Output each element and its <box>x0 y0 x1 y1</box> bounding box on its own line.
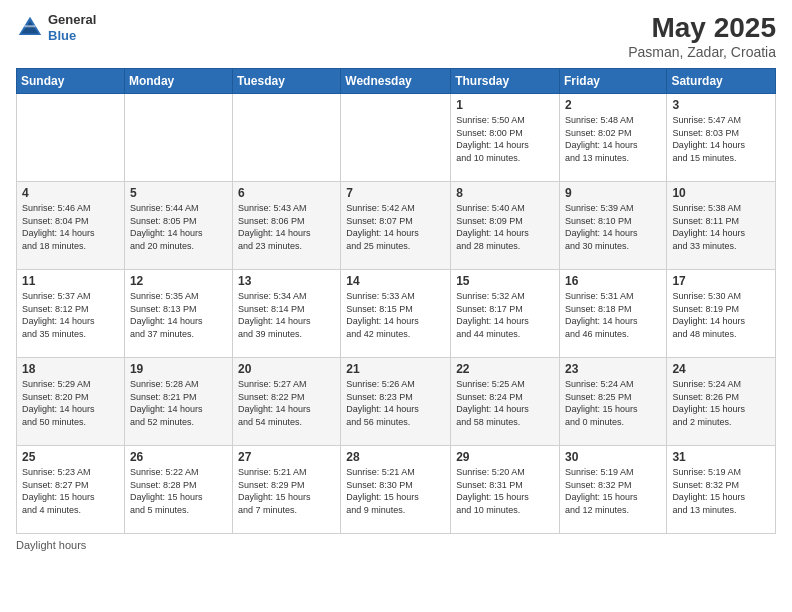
day-detail: Sunrise: 5:35 AM Sunset: 8:13 PM Dayligh… <box>130 290 227 340</box>
calendar-cell: 13Sunrise: 5:34 AM Sunset: 8:14 PM Dayli… <box>233 270 341 358</box>
calendar-cell: 30Sunrise: 5:19 AM Sunset: 8:32 PM Dayli… <box>559 446 666 534</box>
day-number: 12 <box>130 274 227 288</box>
calendar-cell: 31Sunrise: 5:19 AM Sunset: 8:32 PM Dayli… <box>667 446 776 534</box>
header: General Blue May 2025 Pasman, Zadar, Cro… <box>16 12 776 60</box>
footer: Daylight hours <box>16 539 776 551</box>
day-number: 19 <box>130 362 227 376</box>
calendar-table: SundayMondayTuesdayWednesdayThursdayFrid… <box>16 68 776 534</box>
day-number: 9 <box>565 186 661 200</box>
calendar-cell: 19Sunrise: 5:28 AM Sunset: 8:21 PM Dayli… <box>124 358 232 446</box>
day-detail: Sunrise: 5:46 AM Sunset: 8:04 PM Dayligh… <box>22 202 119 252</box>
day-number: 22 <box>456 362 554 376</box>
calendar-cell: 2Sunrise: 5:48 AM Sunset: 8:02 PM Daylig… <box>559 94 666 182</box>
day-number: 17 <box>672 274 770 288</box>
day-detail: Sunrise: 5:24 AM Sunset: 8:25 PM Dayligh… <box>565 378 661 428</box>
calendar-cell: 22Sunrise: 5:25 AM Sunset: 8:24 PM Dayli… <box>451 358 560 446</box>
svg-rect-2 <box>24 25 35 27</box>
day-number: 5 <box>130 186 227 200</box>
day-detail: Sunrise: 5:26 AM Sunset: 8:23 PM Dayligh… <box>346 378 445 428</box>
logo-general-text: General <box>48 12 96 28</box>
day-number: 31 <box>672 450 770 464</box>
calendar-cell: 29Sunrise: 5:20 AM Sunset: 8:31 PM Dayli… <box>451 446 560 534</box>
logo-text: General Blue <box>48 12 96 43</box>
day-number: 15 <box>456 274 554 288</box>
day-detail: Sunrise: 5:23 AM Sunset: 8:27 PM Dayligh… <box>22 466 119 516</box>
day-number: 18 <box>22 362 119 376</box>
calendar-cell <box>233 94 341 182</box>
day-detail: Sunrise: 5:20 AM Sunset: 8:31 PM Dayligh… <box>456 466 554 516</box>
day-number: 27 <box>238 450 335 464</box>
month-year: May 2025 <box>628 12 776 44</box>
day-detail: Sunrise: 5:50 AM Sunset: 8:00 PM Dayligh… <box>456 114 554 164</box>
calendar-cell: 10Sunrise: 5:38 AM Sunset: 8:11 PM Dayli… <box>667 182 776 270</box>
calendar-cell <box>341 94 451 182</box>
calendar-cell: 25Sunrise: 5:23 AM Sunset: 8:27 PM Dayli… <box>17 446 125 534</box>
day-detail: Sunrise: 5:48 AM Sunset: 8:02 PM Dayligh… <box>565 114 661 164</box>
page: General Blue May 2025 Pasman, Zadar, Cro… <box>0 0 792 612</box>
day-number: 6 <box>238 186 335 200</box>
location: Pasman, Zadar, Croatia <box>628 44 776 60</box>
calendar-cell: 20Sunrise: 5:27 AM Sunset: 8:22 PM Dayli… <box>233 358 341 446</box>
calendar-week-2: 4Sunrise: 5:46 AM Sunset: 8:04 PM Daylig… <box>17 182 776 270</box>
calendar-cell: 4Sunrise: 5:46 AM Sunset: 8:04 PM Daylig… <box>17 182 125 270</box>
calendar-cell: 3Sunrise: 5:47 AM Sunset: 8:03 PM Daylig… <box>667 94 776 182</box>
day-detail: Sunrise: 5:31 AM Sunset: 8:18 PM Dayligh… <box>565 290 661 340</box>
calendar-week-1: 1Sunrise: 5:50 AM Sunset: 8:00 PM Daylig… <box>17 94 776 182</box>
day-number: 30 <box>565 450 661 464</box>
day-detail: Sunrise: 5:21 AM Sunset: 8:30 PM Dayligh… <box>346 466 445 516</box>
day-detail: Sunrise: 5:28 AM Sunset: 8:21 PM Dayligh… <box>130 378 227 428</box>
day-detail: Sunrise: 5:40 AM Sunset: 8:09 PM Dayligh… <box>456 202 554 252</box>
day-number: 11 <box>22 274 119 288</box>
day-detail: Sunrise: 5:37 AM Sunset: 8:12 PM Dayligh… <box>22 290 119 340</box>
day-detail: Sunrise: 5:43 AM Sunset: 8:06 PM Dayligh… <box>238 202 335 252</box>
calendar-cell: 11Sunrise: 5:37 AM Sunset: 8:12 PM Dayli… <box>17 270 125 358</box>
day-number: 20 <box>238 362 335 376</box>
calendar-cell: 9Sunrise: 5:39 AM Sunset: 8:10 PM Daylig… <box>559 182 666 270</box>
day-detail: Sunrise: 5:44 AM Sunset: 8:05 PM Dayligh… <box>130 202 227 252</box>
calendar-header-friday: Friday <box>559 69 666 94</box>
logo: General Blue <box>16 12 96 43</box>
calendar-header-wednesday: Wednesday <box>341 69 451 94</box>
day-number: 8 <box>456 186 554 200</box>
logo-blue-text: Blue <box>48 28 96 44</box>
day-detail: Sunrise: 5:22 AM Sunset: 8:28 PM Dayligh… <box>130 466 227 516</box>
logo-icon <box>16 14 44 42</box>
day-detail: Sunrise: 5:33 AM Sunset: 8:15 PM Dayligh… <box>346 290 445 340</box>
calendar-cell: 16Sunrise: 5:31 AM Sunset: 8:18 PM Dayli… <box>559 270 666 358</box>
day-detail: Sunrise: 5:39 AM Sunset: 8:10 PM Dayligh… <box>565 202 661 252</box>
day-detail: Sunrise: 5:30 AM Sunset: 8:19 PM Dayligh… <box>672 290 770 340</box>
day-number: 1 <box>456 98 554 112</box>
day-number: 29 <box>456 450 554 464</box>
calendar-week-3: 11Sunrise: 5:37 AM Sunset: 8:12 PM Dayli… <box>17 270 776 358</box>
day-detail: Sunrise: 5:19 AM Sunset: 8:32 PM Dayligh… <box>565 466 661 516</box>
calendar-cell: 23Sunrise: 5:24 AM Sunset: 8:25 PM Dayli… <box>559 358 666 446</box>
calendar-header-saturday: Saturday <box>667 69 776 94</box>
day-number: 3 <box>672 98 770 112</box>
calendar-cell: 5Sunrise: 5:44 AM Sunset: 8:05 PM Daylig… <box>124 182 232 270</box>
day-detail: Sunrise: 5:42 AM Sunset: 8:07 PM Dayligh… <box>346 202 445 252</box>
calendar-cell: 18Sunrise: 5:29 AM Sunset: 8:20 PM Dayli… <box>17 358 125 446</box>
calendar-cell <box>17 94 125 182</box>
calendar-cell: 12Sunrise: 5:35 AM Sunset: 8:13 PM Dayli… <box>124 270 232 358</box>
calendar-cell: 21Sunrise: 5:26 AM Sunset: 8:23 PM Dayli… <box>341 358 451 446</box>
calendar-cell: 26Sunrise: 5:22 AM Sunset: 8:28 PM Dayli… <box>124 446 232 534</box>
day-number: 7 <box>346 186 445 200</box>
calendar-cell: 6Sunrise: 5:43 AM Sunset: 8:06 PM Daylig… <box>233 182 341 270</box>
calendar-header-thursday: Thursday <box>451 69 560 94</box>
calendar-cell: 7Sunrise: 5:42 AM Sunset: 8:07 PM Daylig… <box>341 182 451 270</box>
day-detail: Sunrise: 5:19 AM Sunset: 8:32 PM Dayligh… <box>672 466 770 516</box>
day-number: 25 <box>22 450 119 464</box>
calendar-cell: 27Sunrise: 5:21 AM Sunset: 8:29 PM Dayli… <box>233 446 341 534</box>
calendar-cell <box>124 94 232 182</box>
calendar-cell: 1Sunrise: 5:50 AM Sunset: 8:00 PM Daylig… <box>451 94 560 182</box>
day-number: 23 <box>565 362 661 376</box>
title-block: May 2025 Pasman, Zadar, Croatia <box>628 12 776 60</box>
day-number: 26 <box>130 450 227 464</box>
day-detail: Sunrise: 5:38 AM Sunset: 8:11 PM Dayligh… <box>672 202 770 252</box>
calendar-cell: 24Sunrise: 5:24 AM Sunset: 8:26 PM Dayli… <box>667 358 776 446</box>
day-detail: Sunrise: 5:25 AM Sunset: 8:24 PM Dayligh… <box>456 378 554 428</box>
day-detail: Sunrise: 5:47 AM Sunset: 8:03 PM Dayligh… <box>672 114 770 164</box>
calendar-cell: 14Sunrise: 5:33 AM Sunset: 8:15 PM Dayli… <box>341 270 451 358</box>
day-number: 16 <box>565 274 661 288</box>
day-detail: Sunrise: 5:24 AM Sunset: 8:26 PM Dayligh… <box>672 378 770 428</box>
